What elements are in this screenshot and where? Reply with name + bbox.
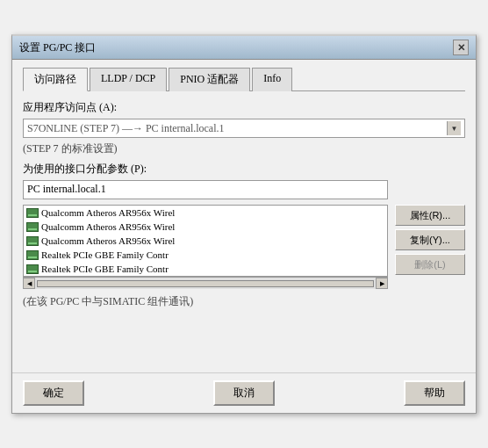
scroll-thumb[interactable] [37, 280, 374, 287]
help-button[interactable]: 帮助 [404, 380, 465, 406]
notice-text: (在该 PG/PC 中与SIMATIC 组件通讯) [23, 294, 465, 309]
scroll-left-btn[interactable]: ◀ [23, 278, 35, 289]
app-access-combo[interactable]: S7ONLINE (STEP 7) —→ PC internal.local.1… [23, 119, 465, 138]
net-icon-0 [25, 206, 39, 219]
copy-button[interactable]: 复制(Y)... [395, 229, 465, 250]
net-icon-3 [25, 249, 39, 261]
close-button[interactable]: ✕ [453, 40, 469, 55]
tab-info[interactable]: Info [252, 68, 292, 91]
action-buttons: 属性(R)... 复制(Y)... 删除(L) [395, 205, 465, 289]
list-item[interactable]: Qualcomm Atheros AR956x Wirel [24, 206, 387, 220]
app-access-dropdown-arrow[interactable]: ▼ [447, 121, 461, 135]
app-access-label: 应用程序访问点 (A): [23, 100, 465, 115]
tab-content: 应用程序访问点 (A): S7ONLINE (STEP 7) —→ PC int… [23, 100, 465, 365]
list-area: Qualcomm Atheros AR956x Wirel Qualcomm A… [23, 205, 465, 289]
app-access-sub: (STEP 7 的标准设置) [23, 141, 465, 156]
confirm-button[interactable]: 确定 [23, 380, 84, 406]
footer-bar: 确定 取消 帮助 [12, 372, 476, 413]
window-title: 设置 PG/PC 接口 [19, 40, 96, 55]
list-item[interactable]: Qualcomm Atheros AR956x Wirel [24, 234, 387, 248]
tab-access-path[interactable]: 访问路径 [23, 68, 88, 91]
list-item[interactable]: Realtek PCIe GBE Family Contr [24, 262, 387, 276]
tab-bar: 访问路径 LLDP / DCP PNIO 适配器 Info [23, 67, 465, 91]
scroll-right-btn[interactable]: ▶ [376, 278, 388, 289]
net-icon-1 [25, 220, 39, 233]
list-item[interactable]: Realtek PCIe GBE Family Contr [24, 248, 387, 262]
dialog-content: 访问路径 LLDP / DCP PNIO 适配器 Info 应用程序访问点 (A… [12, 60, 476, 372]
list-item[interactable]: Qualcomm Atheros AR956x Wirel [24, 220, 387, 234]
tab-lldp-dcp[interactable]: LLDP / DCP [90, 68, 167, 91]
cancel-button[interactable]: 取消 [213, 380, 275, 406]
title-bar: 设置 PG/PC 接口 ✕ [12, 36, 476, 60]
interface-list[interactable]: Qualcomm Atheros AR956x Wirel Qualcomm A… [23, 205, 388, 277]
horizontal-scrollbar[interactable]: ◀ ▶ [23, 277, 388, 289]
app-access-value: S7ONLINE (STEP 7) —→ PC internal.local.1 [27, 122, 447, 135]
net-icon-4 [25, 263, 39, 275]
tab-pnio[interactable]: PNIO 适配器 [169, 68, 250, 91]
empty-space [23, 313, 465, 365]
param-input[interactable]: PC internal.local.1 [23, 180, 388, 199]
delete-button[interactable]: 删除(L) [395, 254, 465, 275]
net-icon-2 [25, 235, 39, 247]
param-label: 为使用的接口分配参数 (P): [23, 162, 465, 177]
dialog-window: 设置 PG/PC 接口 ✕ 访问路径 LLDP / DCP PNIO 适配器 I… [11, 34, 477, 414]
properties-button[interactable]: 属性(R)... [395, 205, 465, 226]
